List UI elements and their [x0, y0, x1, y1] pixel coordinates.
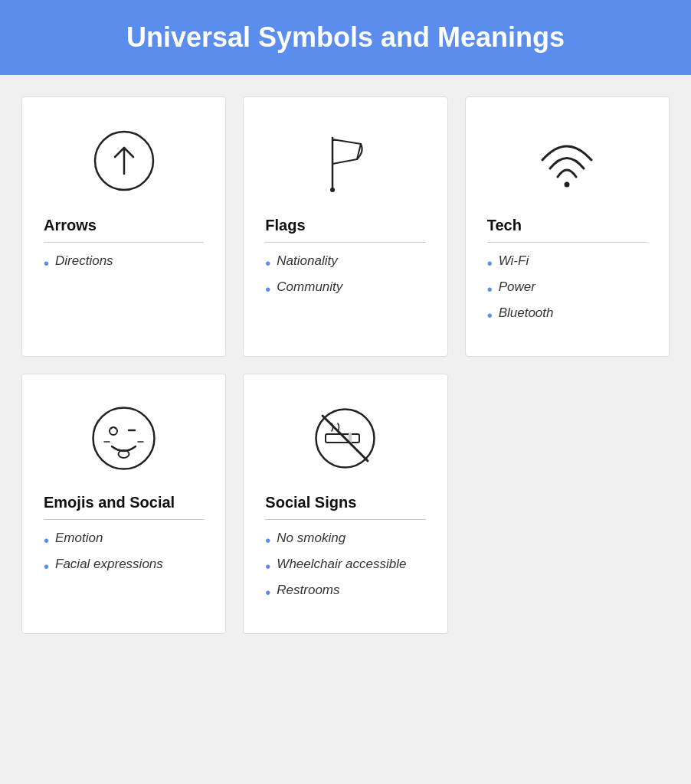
- divider-tech: [487, 242, 647, 243]
- list-item: •Community: [265, 279, 425, 299]
- list-item: •Wi-Fi: [487, 253, 647, 273]
- list-item: •Power: [487, 279, 647, 299]
- list-item: •No smoking: [265, 531, 425, 550]
- svg-point-3: [330, 188, 335, 192]
- list-item: •Bluetooth: [487, 305, 647, 325]
- divider-arrows: [44, 242, 204, 243]
- grid-container: Arrows •Directions Flags •Nationality •C…: [0, 75, 691, 655]
- list-arrows: •Directions: [44, 253, 204, 279]
- header: Universal Symbols and Meanings: [0, 0, 691, 75]
- list-item: •Wheelchair accessible: [265, 557, 425, 577]
- list-flags: •Nationality •Community: [265, 253, 425, 305]
- card-title-emojis: Emojis and Social: [44, 494, 204, 511]
- card-tech: Tech •Wi-Fi •Power •Bluetooth: [465, 96, 670, 357]
- card-title-tech: Tech: [487, 217, 647, 234]
- card-arrows: Arrows •Directions: [21, 96, 226, 357]
- divider-emojis: [44, 519, 204, 520]
- card-title-flags: Flags: [265, 217, 425, 234]
- card-icon-flags: [265, 119, 425, 203]
- page-title: Universal Symbols and Meanings: [15, 21, 676, 54]
- card-emojis: Emojis and Social •Emotion •Facial expre…: [21, 374, 226, 634]
- svg-point-5: [93, 407, 155, 469]
- card-social-signs: Social Signs •No smoking •Wheelchair acc…: [243, 374, 447, 634]
- list-tech: •Wi-Fi •Power •Bluetooth: [487, 253, 647, 332]
- list-item: •Restrooms: [265, 583, 425, 603]
- card-flags: Flags •Nationality •Community: [243, 96, 447, 357]
- svg-line-14: [323, 416, 368, 461]
- card-title-arrows: Arrows: [44, 217, 204, 234]
- card-icon-tech: [487, 119, 647, 203]
- list-item: •Directions: [44, 253, 204, 273]
- list-item: •Facial expressions: [44, 557, 204, 577]
- divider-flags: [265, 242, 425, 243]
- card-icon-emojis: [44, 396, 204, 480]
- card-icon-arrows: [44, 119, 204, 203]
- card-icon-social-signs: [265, 396, 425, 480]
- svg-point-4: [565, 182, 570, 188]
- divider-social-signs: [265, 519, 425, 520]
- card-title-social-signs: Social Signs: [265, 494, 425, 511]
- list-social-signs: •No smoking •Wheelchair accessible •Rest…: [265, 531, 425, 609]
- list-item: •Emotion: [44, 531, 204, 550]
- list-item: •Nationality: [265, 253, 425, 273]
- list-emojis: •Emotion •Facial expressions: [44, 531, 204, 583]
